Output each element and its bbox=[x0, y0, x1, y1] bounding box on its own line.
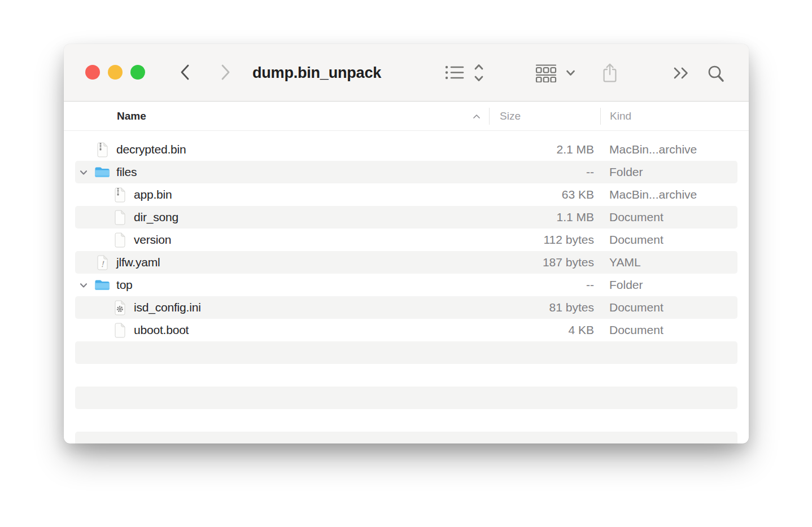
file-name: app.bin bbox=[134, 188, 172, 201]
column-resize-handle[interactable] bbox=[489, 108, 490, 125]
file-icon: ! bbox=[112, 209, 128, 225]
file-size: 4 KB bbox=[568, 319, 594, 341]
table-row[interactable]: ! decrypted.bin 2.1 MB MacBin...archive bbox=[75, 138, 737, 161]
group-grid-icon bbox=[535, 76, 557, 84]
empty-row[interactable]: ! bbox=[75, 432, 737, 443]
toolbar: dump.bin_unpack bbox=[64, 44, 749, 102]
empty-row[interactable]: ! bbox=[75, 387, 737, 409]
table-row[interactable]: ! version 112 bytes Document bbox=[75, 229, 737, 251]
file-size: 2.1 MB bbox=[556, 138, 594, 161]
file-icon: ! bbox=[112, 232, 128, 248]
back-button[interactable] bbox=[178, 64, 192, 82]
list-view-button[interactable] bbox=[444, 64, 465, 81]
forward-chevron-icon bbox=[219, 74, 232, 82]
file-kind: Document bbox=[609, 296, 663, 319]
file-kind: Folder bbox=[609, 161, 643, 183]
window-title: dump.bin_unpack bbox=[252, 44, 381, 102]
file-kind: Document bbox=[609, 206, 663, 229]
up-down-chevrons-icon bbox=[474, 76, 484, 84]
group-by-button[interactable] bbox=[535, 64, 557, 82]
file-icon: ! bbox=[112, 300, 128, 315]
empty-row[interactable]: ! bbox=[75, 409, 737, 432]
file-name: dir_song bbox=[134, 210, 178, 224]
file-icon: ! bbox=[94, 164, 110, 180]
file-name: version bbox=[134, 233, 171, 247]
file-size: 1.1 MB bbox=[556, 206, 594, 229]
file-name: isd_config.ini bbox=[134, 301, 201, 314]
file-name: decrypted.bin bbox=[116, 143, 186, 156]
file-size: 112 bytes bbox=[543, 229, 594, 251]
back-chevron-icon bbox=[179, 74, 191, 82]
file-list: ! decrypted.bin 2.1 MB MacBin...archive bbox=[64, 131, 749, 443]
more-toolbar-items-button[interactable] bbox=[673, 67, 690, 80]
column-header-size[interactable]: Size bbox=[500, 102, 521, 131]
file-size: -- bbox=[586, 161, 594, 183]
empty-row[interactable]: ! bbox=[75, 364, 737, 387]
file-name: files bbox=[116, 165, 137, 179]
disclosure-chevron-icon[interactable] bbox=[80, 170, 88, 175]
file-kind: YAML bbox=[609, 251, 641, 274]
file-kind: Document bbox=[609, 229, 663, 251]
share-icon bbox=[601, 76, 618, 85]
file-size: 187 bytes bbox=[543, 251, 594, 274]
file-size: 81 bytes bbox=[549, 296, 594, 319]
file-kind: Document bbox=[609, 319, 663, 341]
double-chevron-right-icon bbox=[673, 73, 690, 81]
column-resize-handle[interactable] bbox=[600, 108, 601, 125]
desktop-background: dump.bin_unpack bbox=[0, 0, 812, 527]
forward-button[interactable] bbox=[219, 64, 232, 82]
file-name: uboot.boot bbox=[134, 323, 189, 337]
zoom-button[interactable] bbox=[130, 65, 145, 80]
finder-window: dump.bin_unpack bbox=[64, 44, 749, 443]
chevron-down-icon bbox=[566, 69, 575, 78]
file-kind: Folder bbox=[609, 274, 643, 296]
file-size: -- bbox=[586, 274, 594, 296]
file-kind: MacBin...archive bbox=[609, 138, 697, 161]
table-row[interactable]: ! isd_config.ini 81 bytes Document bbox=[75, 296, 737, 319]
file-kind: MacBin...archive bbox=[609, 183, 697, 206]
empty-row[interactable]: ! bbox=[75, 341, 737, 364]
sort-ascending-icon bbox=[473, 114, 481, 119]
close-button[interactable] bbox=[85, 65, 100, 80]
table-row[interactable]: ! app.bin 63 KB MacBin...archive bbox=[75, 183, 737, 206]
view-toggle-button[interactable] bbox=[474, 63, 484, 82]
file-icon: ! bbox=[112, 322, 128, 338]
file-icon: ! bbox=[94, 254, 110, 270]
file-name: top bbox=[116, 278, 133, 292]
group-by-chevron-button[interactable] bbox=[566, 70, 575, 76]
file-icon: ! bbox=[94, 142, 110, 157]
table-row[interactable]: ! dir_song 1.1 MB Document bbox=[75, 206, 737, 229]
list-view-icon bbox=[444, 74, 465, 83]
table-row[interactable]: ! top -- Folder bbox=[75, 274, 737, 296]
file-size: 63 KB bbox=[562, 183, 594, 206]
table-row[interactable]: ! uboot.boot 4 KB Document bbox=[75, 319, 737, 341]
table-row[interactable]: ! files -- Folder bbox=[75, 161, 737, 183]
column-header-row: Name Size Kind bbox=[64, 102, 749, 131]
disclosure-chevron-icon[interactable] bbox=[80, 283, 88, 288]
table-row[interactable]: ! jlfw.yaml 187 bytes YAML bbox=[75, 251, 737, 274]
search-icon bbox=[707, 77, 726, 85]
file-icon: ! bbox=[94, 277, 110, 293]
minimize-button[interactable] bbox=[108, 65, 123, 80]
column-header-name[interactable]: Name bbox=[117, 102, 146, 131]
column-header-kind[interactable]: Kind bbox=[610, 102, 631, 131]
share-button[interactable] bbox=[601, 63, 618, 83]
file-name: jlfw.yaml bbox=[116, 256, 160, 269]
traffic-lights bbox=[85, 65, 145, 80]
search-button[interactable] bbox=[707, 65, 726, 84]
file-icon: ! bbox=[112, 187, 128, 203]
